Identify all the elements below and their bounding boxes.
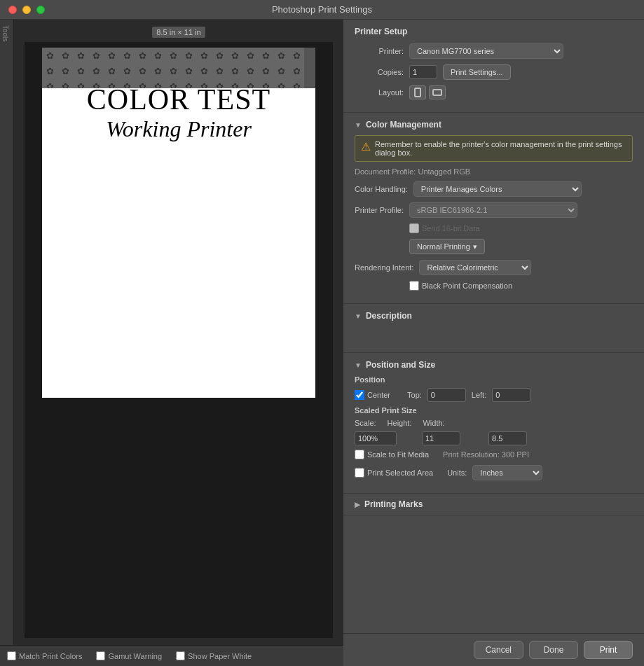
normal-printing-button[interactable]: Normal Printing ▾	[409, 239, 485, 254]
print-selected-area-text: Print Selected Area	[367, 469, 433, 477]
send-16bit-checkbox[interactable]	[409, 223, 419, 233]
gamut-warning-checkbox[interactable]	[96, 651, 105, 660]
send-16bit-row: Send 16-bit Data	[355, 223, 633, 233]
window-controls	[8, 6, 45, 14]
landscape-icon[interactable]	[429, 85, 446, 99]
printer-profile-select[interactable]: sRGB IEC61966-2.1	[409, 202, 577, 218]
color-management-chevron: ▼	[355, 121, 362, 129]
doc-profile: Document Profile: Untagged RGB	[355, 167, 633, 176]
action-bar: Cancel Done Print	[343, 633, 644, 666]
copies-row: Copies: Print Settings...	[355, 64, 633, 80]
printer-profile-label: Printer Profile:	[355, 206, 404, 214]
scale-values-row	[355, 431, 633, 445]
print-resolution: Print Resolution: 300 PPI	[443, 450, 529, 459]
maximize-button[interactable]	[36, 6, 45, 14]
printer-row: Printer: Canon MG7700 series	[355, 43, 633, 59]
match-print-colors-checkbox[interactable]	[7, 651, 16, 660]
units-select[interactable]: Inches Centimeters Millimeters Points Pi…	[472, 465, 542, 480]
scale-fit-checkbox[interactable]	[355, 450, 364, 459]
color-management-section: ▼ Color Management ⚠ Remember to enable …	[343, 113, 644, 304]
paper-subtitle: Working Printer	[87, 116, 270, 142]
minimize-button[interactable]	[22, 6, 31, 14]
tools-sidebar: Tools	[0, 20, 14, 645]
left-label: Left:	[472, 391, 486, 399]
description-header[interactable]: ▼ Description	[355, 311, 633, 321]
window-title: Photoshop Print Settings	[272, 4, 372, 15]
copies-input[interactable]	[409, 65, 437, 79]
svg-rect-0	[415, 88, 420, 97]
top-input[interactable]	[427, 388, 466, 402]
preview-bottom-bar: Match Print Colors Gamut Warning Show Pa…	[0, 645, 343, 666]
paper-content: COLOR TEST Working Printer	[87, 83, 270, 142]
normal-printing-row: Normal Printing ▾	[355, 239, 633, 254]
print-button[interactable]: Print	[584, 641, 633, 659]
position-size-header[interactable]: ▼ Position and Size	[355, 360, 633, 370]
width-group: Width:	[423, 419, 444, 427]
match-print-colors-label[interactable]: Match Print Colors	[7, 651, 82, 660]
printing-marks-section: ▶ Printing Marks	[343, 494, 644, 515]
scale-fit-text: Scale to Fit Media	[367, 450, 429, 459]
color-handling-select[interactable]: Printer Manages Colors Photoshop Manages…	[413, 181, 582, 197]
color-handling-label: Color Handling:	[355, 185, 408, 193]
send-16bit-label[interactable]: Send 16-bit Data	[409, 223, 480, 233]
show-paper-white-checkbox[interactable]	[176, 651, 185, 660]
print-selected-area-label[interactable]: Print Selected Area	[355, 468, 433, 478]
position-size-section: ▼ Position and Size Position Center Top:…	[343, 353, 644, 494]
center-label[interactable]: Center	[355, 390, 390, 400]
units-row: Print Selected Area Units: Inches Centim…	[355, 465, 633, 480]
printing-marks-title: Printing Marks	[364, 499, 423, 509]
description-section: ▼ Description	[343, 304, 644, 353]
close-button[interactable]	[8, 6, 17, 14]
rendering-intent-label: Rendering Intent:	[355, 263, 413, 272]
normal-printing-label: Normal Printing	[417, 242, 470, 251]
done-button[interactable]: Done	[529, 641, 578, 659]
position-subtitle: Position	[355, 375, 633, 384]
warning-icon: ⚠	[361, 140, 371, 153]
preview-panel: Tools 8.5 in × 11 in ✿✿✿✿✿✿✿✿✿✿✿✿✿✿✿✿✿✿✿…	[0, 20, 343, 666]
layout-label: Layout:	[355, 88, 404, 97]
black-point-label[interactable]: Black Point Compensation	[409, 281, 512, 291]
color-management-title: Color Management	[366, 120, 441, 130]
rendering-intent-select[interactable]: Perceptual Saturation Relative Colorimet…	[419, 260, 531, 275]
tools-label: Tools	[1, 22, 9, 44]
height-label: Height:	[388, 419, 412, 427]
warning-text: Remember to enable the printer's color m…	[375, 140, 626, 157]
black-point-checkbox[interactable]	[409, 281, 419, 291]
printing-marks-header[interactable]: ▶ Printing Marks	[355, 499, 633, 509]
center-text: Center	[367, 391, 390, 399]
warning-box: ⚠ Remember to enable the printer's color…	[355, 135, 633, 162]
printer-setup-section: Printer Setup Printer: Canon MG7700 seri…	[343, 20, 644, 113]
gamut-warning-label[interactable]: Gamut Warning	[96, 651, 162, 660]
scale-label: Scale:	[355, 419, 376, 427]
width-input[interactable]	[488, 431, 527, 445]
units-label: Units:	[447, 469, 467, 477]
print-selected-area-checkbox[interactable]	[355, 468, 364, 478]
description-title: Description	[366, 311, 412, 321]
paper-preview: ✿✿✿✿✿✿✿✿✿✿✿✿✿✿✿✿✿✿✿✿✿✿✿✿✿✿✿✿✿✿✿✿✿✿✿✿✿✿✿✿…	[25, 42, 333, 638]
color-management-header[interactable]: ▼ Color Management	[355, 120, 633, 130]
black-point-row: Black Point Compensation	[355, 281, 633, 291]
left-input[interactable]	[492, 388, 530, 402]
scale-row: Scale: Height: Width:	[355, 419, 633, 427]
printer-setup-title: Printer Setup	[355, 27, 633, 36]
rendering-intent-row: Rendering Intent: Perceptual Saturation …	[355, 260, 633, 275]
normal-printing-chevron: ▾	[473, 242, 477, 251]
layout-row: Layout:	[355, 85, 633, 99]
printer-select[interactable]: Canon MG7700 series	[409, 43, 563, 59]
height-input[interactable]	[422, 431, 460, 445]
color-handling-row: Color Handling: Printer Manages Colors P…	[355, 181, 633, 197]
scaled-print-title: Scaled Print Size	[355, 406, 633, 415]
print-settings-button[interactable]: Print Settings...	[443, 64, 511, 80]
show-paper-white-label[interactable]: Show Paper White	[176, 651, 252, 660]
portrait-icon[interactable]	[409, 85, 426, 99]
center-checkbox[interactable]	[355, 390, 364, 400]
paper-size-label: 8.5 in × 11 in	[152, 27, 205, 38]
cancel-button[interactable]: Cancel	[474, 641, 523, 659]
scale-fit-label[interactable]: Scale to Fit Media	[355, 450, 429, 459]
svg-rect-1	[433, 90, 441, 95]
scale-input[interactable]	[355, 431, 397, 445]
description-chevron: ▼	[355, 312, 362, 320]
paper-title: COLOR TEST	[87, 83, 270, 116]
printing-marks-chevron: ▶	[355, 501, 360, 508]
scale-fit-row: Scale to Fit Media Print Resolution: 300…	[355, 450, 633, 459]
